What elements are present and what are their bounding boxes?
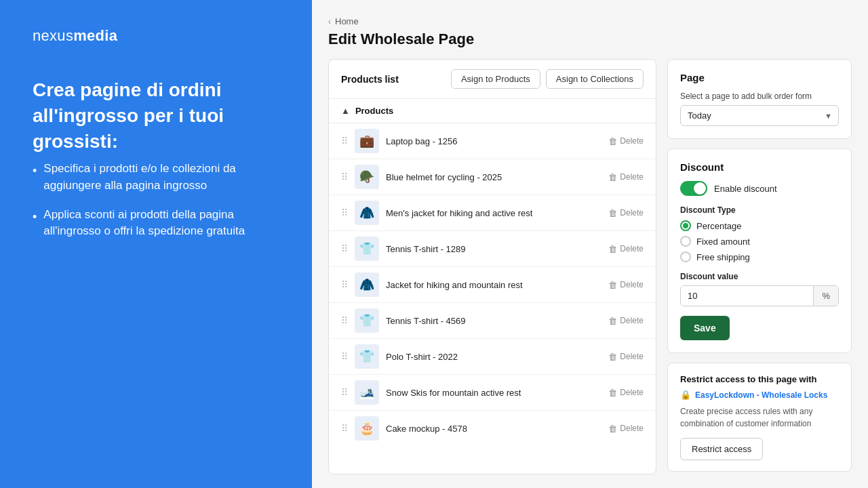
- product-thumbnail: 💼: [355, 129, 379, 153]
- radio-circle-fixed: [680, 236, 691, 247]
- bullet-dot-2: •: [33, 208, 37, 240]
- product-thumbnail: 🪖: [355, 165, 379, 189]
- product-name: Snow Skis for mountain active rest: [386, 388, 601, 398]
- enable-discount-row: Enable discount: [680, 181, 839, 196]
- restrict-access-button[interactable]: Restrict access: [680, 438, 763, 460]
- delete-button[interactable]: 🗑 Delete: [608, 280, 644, 290]
- radio-label-shipping: Free shipping: [696, 252, 750, 262]
- toggle-thumb: [694, 182, 706, 195]
- products-card-header: Products list Asign to Products Asign to…: [329, 60, 656, 99]
- assign-to-products-button[interactable]: Asign to Products: [451, 69, 540, 89]
- drag-handle-icon[interactable]: ⠿: [341, 279, 348, 290]
- products-section-header: ▲ Products: [329, 99, 656, 123]
- delete-button[interactable]: 🗑 Delete: [608, 136, 644, 146]
- right-section: ‹ Home Edit Wholesale Page Products list…: [312, 0, 868, 488]
- product-thumbnail: 👕: [355, 237, 379, 261]
- radio-percentage[interactable]: Percentage: [680, 220, 839, 231]
- products-section-label: Products: [355, 106, 393, 116]
- radio-circle-shipping: [680, 251, 691, 262]
- delete-label: Delete: [620, 424, 644, 433]
- delete-label: Delete: [620, 136, 644, 146]
- radio-free-shipping[interactable]: Free shipping: [680, 251, 839, 262]
- drag-handle-icon[interactable]: ⠿: [341, 387, 348, 398]
- table-row: ⠿ 👕 Tennis T-shirt - 1289 🗑 Delete: [329, 231, 656, 267]
- drag-handle-icon[interactable]: ⠿: [341, 171, 348, 182]
- trash-icon: 🗑: [608, 136, 617, 146]
- hero-title: Crea pagine di ordini all'ingrosso per i…: [33, 77, 279, 154]
- drag-handle-icon[interactable]: ⠿: [341, 315, 348, 326]
- trash-icon: 🗑: [608, 280, 617, 290]
- drag-handle-icon[interactable]: ⠿: [341, 243, 348, 254]
- enable-discount-label: Enable discount: [714, 184, 777, 194]
- bullet-text-1: Specifica i prodotti e/o le collezioni d…: [43, 161, 279, 194]
- delete-button[interactable]: 🗑 Delete: [608, 316, 644, 326]
- trash-icon: 🗑: [608, 424, 617, 434]
- trash-icon: 🗑: [608, 352, 617, 362]
- discount-value-input[interactable]: [681, 286, 813, 306]
- trash-icon: 🗑: [608, 316, 617, 326]
- table-row: ⠿ 🎂 Cake mockup - 4578 🗑 Delete: [329, 411, 656, 446]
- radio-dot-percentage: [683, 223, 688, 228]
- product-name: Tennis T-shirt - 1289: [386, 244, 601, 254]
- restrict-link-row: 🔒 EasyLockdown - Wholesale Locks: [680, 390, 839, 400]
- delete-button[interactable]: 🗑 Delete: [608, 388, 644, 398]
- drag-handle-icon[interactable]: ⠿: [341, 423, 348, 434]
- breadcrumb-arrow: ‹: [328, 17, 331, 26]
- right-panel: Page Select a page to add bulk order for…: [667, 59, 852, 474]
- radio-label-fixed: Fixed amount: [696, 237, 750, 247]
- enable-discount-toggle[interactable]: [680, 181, 707, 196]
- radio-circle-percentage: [680, 220, 691, 231]
- drag-handle-icon[interactable]: ⠿: [341, 207, 348, 218]
- restrict-description: Create precise access rules with any com…: [680, 405, 839, 430]
- bullet-item-1: • Specifica i prodotti e/o le collezioni…: [33, 161, 279, 194]
- product-thumbnail: 👕: [355, 308, 379, 333]
- chevron-up-icon[interactable]: ▲: [341, 106, 350, 116]
- trash-icon: 🗑: [608, 172, 617, 182]
- table-row: ⠿ 👕 Polo T-shirt - 2022 🗑 Delete: [329, 339, 656, 375]
- trash-icon: 🗑: [608, 388, 617, 398]
- product-name: Men's jacket for hiking and active rest: [386, 208, 601, 218]
- delete-button[interactable]: 🗑 Delete: [608, 424, 644, 434]
- table-row: ⠿ 🎿 Snow Skis for mountain active rest 🗑…: [329, 375, 656, 411]
- delete-button[interactable]: 🗑 Delete: [608, 352, 644, 362]
- drag-handle-icon[interactable]: ⠿: [341, 136, 348, 146]
- page-select[interactable]: Today Yesterday Custom: [680, 105, 839, 126]
- delete-label: Delete: [620, 316, 644, 325]
- delete-label: Delete: [620, 280, 644, 289]
- restrict-link[interactable]: EasyLockdown - Wholesale Locks: [695, 390, 827, 400]
- delete-button[interactable]: 🗑 Delete: [608, 244, 644, 254]
- discount-type-label: Discount Type: [680, 205, 839, 215]
- products-card: Products list Asign to Products Asign to…: [328, 59, 656, 474]
- assign-to-collections-button[interactable]: Asign to Collections: [546, 69, 644, 89]
- restrict-access-card: Restrict access to this page with 🔒 Easy…: [667, 363, 852, 472]
- discount-value-label: Discount value: [680, 272, 839, 281]
- delete-button[interactable]: 🗑 Delete: [608, 208, 644, 218]
- products-list-title: Products list: [341, 74, 399, 85]
- product-thumbnail: 🧥: [355, 201, 379, 225]
- radio-label-percentage: Percentage: [696, 221, 742, 231]
- save-button[interactable]: Save: [680, 316, 730, 340]
- product-name: Blue helmet for cycling - 2025: [386, 172, 601, 182]
- main-content-row: Products list Asign to Products Asign to…: [328, 59, 852, 474]
- product-name: Tennis T-shirt - 4569: [386, 316, 601, 326]
- page-panel-title: Page: [680, 72, 839, 83]
- product-thumbnail: 👕: [355, 344, 379, 369]
- product-name: Jacket for hiking and mountain rest: [386, 280, 601, 290]
- product-name: Laptop bag - 1256: [386, 136, 601, 146]
- breadcrumb-home[interactable]: Home: [335, 16, 359, 26]
- product-thumbnail: 🧥: [355, 272, 379, 297]
- discount-unit-label: %: [813, 286, 838, 306]
- discount-input-row: %: [680, 285, 839, 306]
- drag-handle-icon[interactable]: ⠿: [341, 351, 348, 362]
- lock-icon: 🔒: [680, 390, 691, 400]
- delete-label: Delete: [620, 208, 644, 218]
- bullet-list: • Specifica i prodotti e/o le collezioni…: [33, 161, 279, 240]
- discount-panel-title: Discount: [680, 161, 839, 173]
- breadcrumb: ‹ Home: [328, 16, 852, 26]
- bullet-item-2: • Applica sconti ai prodotti della pagin…: [33, 207, 279, 240]
- product-thumbnail: 🎿: [355, 380, 379, 405]
- table-row: ⠿ 🧥 Jacket for hiking and mountain rest …: [329, 267, 656, 303]
- radio-fixed-amount[interactable]: Fixed amount: [680, 236, 839, 247]
- delete-button[interactable]: 🗑 Delete: [608, 172, 644, 182]
- page-title: Edit Wholesale Page: [328, 30, 852, 48]
